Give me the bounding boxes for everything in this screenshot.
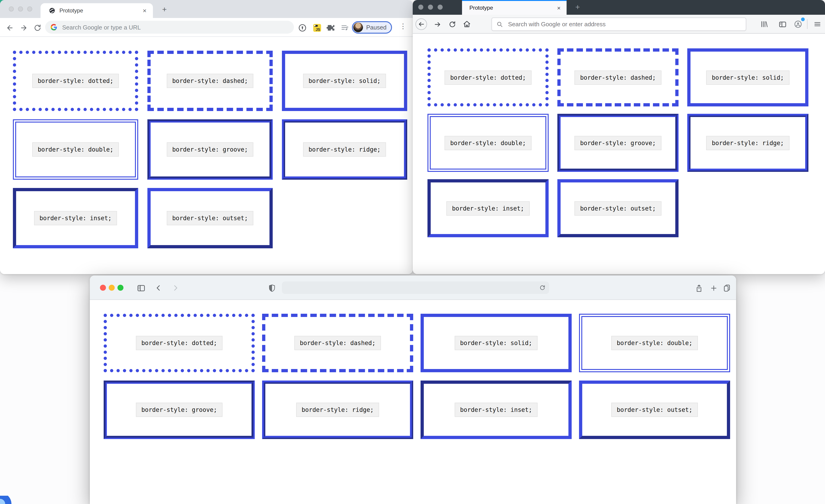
border-style-label: border-style: double; (32, 142, 119, 157)
js-toggle-switch (314, 25, 318, 27)
firefox-active-tab[interactable]: Prototype × (462, 0, 567, 15)
border-style-demo-box: border-style: double; (579, 314, 730, 372)
hamburger-menu-icon[interactable] (812, 18, 823, 30)
sidebar-toggle-icon[interactable] (777, 18, 788, 30)
tab-close-icon[interactable]: × (556, 4, 562, 11)
safari-window: border-style: dotted; border-style: dash… (90, 276, 736, 504)
address-input[interactable] (61, 23, 288, 31)
border-style-demo-box: border-style: outset; (579, 380, 730, 439)
new-tab-button[interactable]: + (572, 2, 583, 13)
chrome-address-bar[interactable] (45, 21, 294, 33)
back-button[interactable] (153, 283, 163, 293)
tab-overview-icon[interactable] (722, 283, 732, 293)
border-style-label: border-style: outset; (167, 211, 253, 225)
search-input[interactable] (507, 20, 741, 28)
safari-address-bar[interactable] (282, 282, 549, 294)
toolbar-divider (807, 19, 808, 29)
extensions-puzzle-icon[interactable] (325, 22, 336, 33)
new-tab-button[interactable]: + (158, 4, 170, 16)
profile-paused-badge[interactable]: Paused (352, 21, 392, 33)
chrome-demo-grid: border-style: dotted; border-style: dash… (13, 51, 409, 248)
tab-title: Prototype (469, 5, 556, 11)
border-style-label: border-style: groove; (136, 403, 223, 417)
reload-button[interactable] (31, 22, 43, 33)
back-button[interactable] (416, 18, 427, 30)
zoom-window-button[interactable] (118, 285, 124, 291)
close-window-button[interactable] (418, 5, 423, 10)
js-badge-label: JS (315, 27, 320, 31)
border-style-demo-box: border-style: ridge; (687, 114, 808, 172)
border-style-demo-box: border-style: double; (428, 114, 549, 172)
border-style-demo-box: border-style: dotted; (104, 314, 255, 372)
search-icon (497, 21, 503, 27)
desktop: Prototype × + (0, 0, 825, 504)
close-window-button[interactable] (9, 6, 14, 11)
border-style-demo-box: border-style: solid; (421, 314, 572, 372)
border-style-demo-box: border-style: ridge; (262, 380, 413, 439)
zoom-window-button[interactable] (438, 5, 443, 10)
border-style-label: border-style: solid; (454, 336, 538, 350)
border-style-label: border-style: dotted; (32, 74, 119, 88)
border-style-label: border-style: inset; (34, 211, 117, 225)
chrome-menu-icon[interactable]: ⋮ (399, 22, 407, 30)
library-icon[interactable] (758, 18, 770, 30)
chrome-traffic-lights (9, 6, 32, 11)
chrome-active-tab[interactable]: Prototype × (41, 3, 153, 18)
border-style-demo-box: border-style: solid; (687, 48, 808, 106)
border-style-demo-box: border-style: double; (13, 119, 138, 180)
border-style-label: border-style: double; (445, 136, 532, 150)
border-style-label: border-style: groove; (167, 142, 253, 157)
firefox-traffic-lights (418, 5, 443, 10)
minimize-window-button[interactable] (18, 6, 23, 11)
profile-status-label: Paused (366, 24, 386, 31)
forward-button[interactable] (170, 283, 180, 293)
reload-icon[interactable] (539, 285, 545, 291)
safari-toolbar (90, 276, 736, 300)
tab-title: Prototype (59, 7, 141, 14)
border-style-label: border-style: inset; (454, 403, 538, 417)
media-queue-icon[interactable] (339, 22, 350, 33)
js-toggle-extension-icon[interactable]: JS (311, 22, 322, 33)
border-style-demo-box: border-style: outset; (557, 179, 679, 237)
border-style-label: border-style: groove; (575, 136, 662, 150)
zoom-window-button[interactable] (27, 6, 32, 11)
sidebar-toggle-icon[interactable] (136, 283, 146, 293)
forward-button[interactable] (432, 18, 443, 30)
new-tab-plus-icon[interactable] (708, 283, 719, 293)
password-extension-icon[interactable] (297, 22, 308, 33)
border-style-label: border-style: dotted; (445, 70, 532, 84)
reload-button[interactable] (446, 18, 458, 30)
safari-traffic-lights (100, 285, 124, 291)
border-style-label: border-style: dashed; (294, 336, 381, 350)
minimize-window-button[interactable] (428, 5, 433, 10)
border-style-demo-box: border-style: groove; (147, 119, 273, 180)
forward-button[interactable] (17, 22, 29, 33)
notification-dot (801, 17, 805, 21)
home-button[interactable] (461, 18, 473, 30)
border-style-demo-box: border-style: dashed; (557, 48, 679, 106)
border-style-label: border-style: dashed; (575, 70, 662, 84)
border-style-demo-box: border-style: outset; (147, 188, 273, 248)
border-style-demo-box: border-style: groove; (104, 380, 255, 439)
border-style-label: border-style: double; (611, 336, 698, 350)
border-style-demo-box: border-style: dashed; (147, 51, 273, 111)
border-style-demo-box: border-style: dashed; (262, 314, 413, 372)
close-window-button[interactable] (100, 285, 106, 291)
address-input[interactable] (286, 284, 539, 291)
border-style-label: border-style: inset; (446, 201, 529, 215)
desktop-icon-fragment (0, 496, 12, 504)
google-logo-icon (51, 24, 57, 30)
firefox-tab-strip: Prototype × + (413, 0, 825, 15)
firefox-search-bar[interactable] (492, 17, 746, 31)
share-icon[interactable] (694, 283, 704, 293)
border-style-label: border-style: ridge; (296, 403, 379, 417)
back-button[interactable] (4, 22, 16, 33)
account-icon[interactable] (792, 18, 804, 30)
border-style-label: border-style: solid; (303, 74, 386, 88)
border-style-demo-box: border-style: inset; (13, 188, 138, 248)
border-style-label: border-style: dashed; (167, 74, 253, 88)
chrome-toolbar: JS Paused ⋮ (0, 18, 413, 37)
tab-close-icon[interactable]: × (141, 7, 148, 14)
minimize-window-button[interactable] (109, 285, 115, 291)
privacy-shield-icon[interactable] (267, 283, 277, 293)
